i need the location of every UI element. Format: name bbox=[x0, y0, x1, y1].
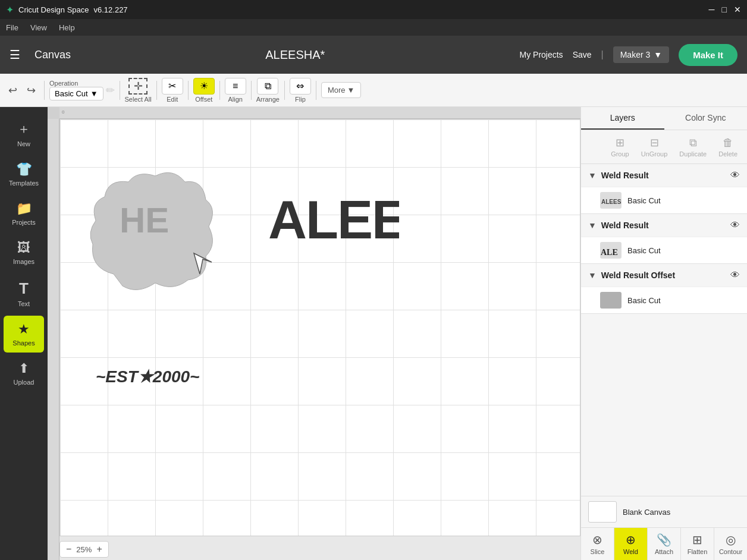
duplicate-button[interactable]: ⧉ Duplicate bbox=[674, 134, 711, 160]
operation-value: Basic Cut bbox=[55, 89, 88, 98]
cricut-logo: ✦ bbox=[6, 4, 14, 15]
sidebar-item-text[interactable]: T Text bbox=[4, 273, 44, 313]
canvas-grid: HE ALEESHA ~EST★2000~ bbox=[60, 119, 580, 536]
header-divider: | bbox=[601, 49, 604, 60]
arrange-button[interactable]: ⧉ bbox=[257, 78, 278, 95]
canvas-content[interactable]: HE ALEESHA ~EST★2000~ bbox=[59, 119, 580, 536]
sidebar-item-images-label: Images bbox=[13, 258, 34, 265]
attach-icon: 📎 bbox=[657, 533, 671, 547]
layer-item-basic-cut-2[interactable]: ALE Basic Cut bbox=[581, 237, 747, 263]
make-it-button[interactable]: Make It bbox=[679, 44, 737, 66]
layer-group-header-2[interactable]: ▼ Weld Result 👁 bbox=[581, 214, 747, 237]
canvas-zoom-controls: − 25% + bbox=[59, 541, 109, 558]
sidebar-item-templates[interactable]: 👕 Templates bbox=[4, 156, 44, 193]
tab-layers[interactable]: Layers bbox=[581, 107, 664, 130]
attach-button[interactable]: 📎 Attach bbox=[648, 528, 681, 560]
layer-actions: ⊞ Group ⊟ UnGroup ⧉ Duplicate 🗑 Delete bbox=[581, 130, 747, 164]
select-all-label: Select All bbox=[125, 96, 152, 103]
menu-view[interactable]: View bbox=[30, 23, 47, 32]
edit-pencil-icon[interactable]: ✏ bbox=[106, 84, 115, 97]
bottom-actions: ⊗ Slice ⊕ Weld 📎 Attach ⊞ Flatten ◎ Cont… bbox=[581, 527, 747, 560]
edit-label: Edit bbox=[167, 96, 178, 103]
canvas-area[interactable]: 0 HE ALEESHA bbox=[48, 107, 580, 560]
delete-icon: 🗑 bbox=[723, 137, 733, 149]
chevron-down-icon-3: ▼ bbox=[588, 270, 597, 280]
design-aleesha[interactable]: ALEESHA bbox=[262, 155, 393, 274]
slice-icon: ⊗ bbox=[592, 533, 602, 547]
slice-label: Slice bbox=[591, 548, 605, 555]
contour-label: Contour bbox=[719, 548, 742, 555]
weld-result-2-title: Weld Result bbox=[601, 221, 726, 230]
sidebar-item-templates-label: Templates bbox=[9, 180, 39, 187]
svg-text:HE: HE bbox=[120, 200, 169, 240]
layer-item-label-1: Basic Cut bbox=[627, 196, 661, 205]
weld-icon: ⊕ bbox=[626, 533, 636, 547]
ungroup-button[interactable]: ⊟ UnGroup bbox=[636, 134, 673, 160]
design-est[interactable]: ~EST★2000~ bbox=[90, 357, 244, 393]
hamburger-menu[interactable]: ☰ bbox=[10, 48, 20, 62]
slice-button[interactable]: ⊗ Slice bbox=[581, 528, 614, 560]
right-panel: Layers Color Sync ⊞ Group ⊟ UnGroup ⧉ Du… bbox=[580, 107, 747, 560]
sidebar-item-shapes[interactable]: ★ Shapes bbox=[4, 316, 44, 353]
sidebar-item-upload[interactable]: ⬆ Upload bbox=[4, 355, 44, 392]
undo-button[interactable]: ↩ bbox=[5, 80, 21, 100]
save-button[interactable]: Save bbox=[573, 50, 592, 59]
sidebar-item-projects[interactable]: 📁 Projects bbox=[4, 195, 44, 232]
layer-item-basic-cut-3[interactable]: Basic Cut bbox=[581, 287, 747, 313]
header-right: My Projects Save | Maker 3 ▼ Make It bbox=[520, 44, 738, 66]
menu-file[interactable]: File bbox=[6, 23, 18, 32]
weld-button[interactable]: ⊕ Weld bbox=[614, 528, 648, 560]
align-button[interactable]: ≡ bbox=[225, 78, 246, 95]
visibility-icon-1[interactable]: 👁 bbox=[730, 170, 740, 181]
offset-button[interactable]: ☀ bbox=[193, 78, 215, 95]
operation-select[interactable]: Basic Cut ▼ bbox=[49, 87, 103, 100]
select-all-group[interactable]: ✛ Select All bbox=[125, 78, 152, 103]
maximize-button[interactable]: □ bbox=[722, 5, 727, 14]
ungroup-icon: ⊟ bbox=[650, 136, 659, 149]
flatten-icon: ⊞ bbox=[692, 533, 702, 547]
layer-group-header-3[interactable]: ▼ Weld Result Offset 👁 bbox=[581, 264, 747, 287]
upload-icon: ⬆ bbox=[18, 361, 29, 376]
contour-button[interactable]: ◎ Contour bbox=[714, 528, 747, 560]
duplicate-icon: ⧉ bbox=[689, 137, 697, 149]
flip-tool-group: ⇔ Flip bbox=[290, 78, 311, 103]
title-bar-left: ✦ Cricut Design Space v6.12.227 bbox=[6, 4, 128, 15]
minimize-button[interactable]: ─ bbox=[709, 5, 715, 14]
arrange-label: Arrange bbox=[256, 96, 280, 103]
edit-button[interactable]: ✂ bbox=[162, 78, 183, 95]
more-chevron-icon: ▼ bbox=[347, 86, 355, 95]
zoom-level: 25% bbox=[76, 545, 92, 554]
flatten-button[interactable]: ⊞ Flatten bbox=[681, 528, 714, 560]
menu-help[interactable]: Help bbox=[59, 23, 75, 32]
main-area: ＋ New 👕 Templates 📁 Projects 🖼 Images T … bbox=[0, 107, 747, 560]
more-label: More bbox=[328, 86, 346, 95]
my-projects-button[interactable]: My Projects bbox=[520, 50, 563, 59]
layer-thumb-1: ALEESHA bbox=[600, 192, 622, 209]
flip-button[interactable]: ⇔ bbox=[290, 78, 311, 95]
sidebar-item-text-label: Text bbox=[18, 300, 30, 307]
tab-color-sync[interactable]: Color Sync bbox=[664, 107, 748, 130]
canvas-label: Canvas bbox=[34, 49, 71, 61]
text-icon: T bbox=[19, 279, 29, 298]
group-button[interactable]: ⊞ Group bbox=[606, 134, 634, 160]
layer-item-basic-cut-1[interactable]: ALEESHA Basic Cut bbox=[581, 187, 747, 213]
svg-text:ALEESHA: ALEESHA bbox=[601, 199, 622, 205]
visibility-icon-3[interactable]: 👁 bbox=[730, 270, 740, 281]
select-all-icon: ✛ bbox=[128, 78, 147, 95]
design-blob[interactable]: HE bbox=[84, 167, 215, 292]
layer-group-header-1[interactable]: ▼ Weld Result 👁 bbox=[581, 164, 747, 187]
offset-tool-group: ☀ Offset bbox=[193, 78, 215, 103]
machine-selector[interactable]: Maker 3 ▼ bbox=[613, 46, 669, 63]
more-button[interactable]: More ▼ bbox=[321, 82, 362, 98]
redo-button[interactable]: ↪ bbox=[23, 80, 39, 100]
contour-icon: ◎ bbox=[726, 533, 736, 547]
zoom-in-button[interactable]: + bbox=[96, 544, 102, 555]
est-svg: ~EST★2000~ bbox=[90, 357, 250, 393]
layer-group-weld-result-2: ▼ Weld Result 👁 ALE Basic Cut bbox=[581, 214, 747, 264]
visibility-icon-2[interactable]: 👁 bbox=[730, 220, 740, 231]
sidebar-item-images[interactable]: 🖼 Images bbox=[4, 234, 44, 271]
delete-button[interactable]: 🗑 Delete bbox=[714, 134, 742, 160]
zoom-out-button[interactable]: − bbox=[66, 544, 71, 555]
sidebar-item-new[interactable]: ＋ New bbox=[4, 114, 44, 153]
close-button[interactable]: ✕ bbox=[734, 5, 741, 14]
